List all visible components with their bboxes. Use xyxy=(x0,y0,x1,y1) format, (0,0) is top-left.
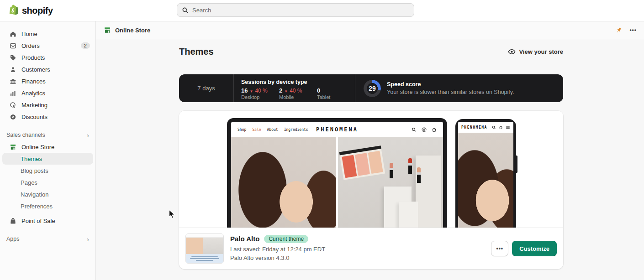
marketing-icon xyxy=(9,101,17,109)
sidebar-label: Point of Sale xyxy=(21,218,90,224)
date-range-selector[interactable]: 7 days xyxy=(179,74,234,102)
shop-nav-item: Sale xyxy=(252,128,261,132)
sidebar-item-products[interactable]: Products xyxy=(0,52,95,63)
sidebar-label: Analytics xyxy=(21,90,90,97)
page-title: Themes xyxy=(179,47,214,57)
sidebar-item-preferences[interactable]: Preferences xyxy=(2,200,93,212)
view-store-label: View your store xyxy=(519,48,563,55)
device-value: 0 xyxy=(317,87,320,94)
mobile-preview-mockup: PHENOMENA xyxy=(455,119,516,228)
shop-brand-logo: PHENOMENA xyxy=(461,125,489,130)
device-change: 40 % xyxy=(255,88,267,94)
finances-icon xyxy=(9,78,17,85)
shop-nav-item: Ingredients xyxy=(284,128,308,132)
sidebar-label: Discounts xyxy=(21,114,90,120)
hero-image-portrait xyxy=(231,137,336,228)
search-icon xyxy=(182,7,189,14)
more-actions-icon[interactable]: ••• xyxy=(629,27,637,33)
sessions-panel: Sessions by device type 16 ▼ 40 % Deskto… xyxy=(234,74,355,102)
page-content: Themes View your store 7 days Sessions b… xyxy=(96,39,644,280)
menu-icon xyxy=(506,125,510,130)
sidebar-item-themes[interactable]: Themes xyxy=(2,153,93,165)
sidebar-label: Online Store xyxy=(21,144,90,150)
context-bar: Online Store ••• xyxy=(96,21,644,39)
stats-bar: 7 days Sessions by device type 16 ▼ 40 % xyxy=(179,74,563,102)
context-title: Online Store xyxy=(115,27,150,34)
current-theme-badge: Current theme xyxy=(264,235,308,243)
theme-thumbnail xyxy=(185,233,224,264)
speed-score-title: Speed score xyxy=(387,81,514,88)
discounts-icon xyxy=(9,113,17,121)
online-store-icon xyxy=(9,143,17,151)
sub-item-label: Navigation xyxy=(21,191,48,198)
sidebar-label: Products xyxy=(21,54,90,61)
analytics-icon xyxy=(9,89,17,97)
sidebar-item-orders[interactable]: Orders 2 xyxy=(0,40,95,52)
sidebar-item-marketing[interactable]: Marketing xyxy=(0,99,95,111)
theme-name: Palo Alto xyxy=(230,235,259,243)
top-bar: shopify xyxy=(0,0,644,21)
speed-score-value: 29 xyxy=(364,80,381,97)
cart-bag-icon xyxy=(432,127,437,132)
sidebar-item-discounts[interactable]: Discounts xyxy=(0,111,95,123)
shop-nav-item: Shop xyxy=(238,128,246,132)
eye-icon xyxy=(508,48,516,56)
caret-down-icon: ▼ xyxy=(249,89,253,93)
theme-last-saved: Last saved: Friday at 12:24 pm EDT xyxy=(230,245,485,254)
hero-image-cosmetics xyxy=(338,137,443,228)
sidebar-item-customers[interactable]: Customers xyxy=(0,63,95,75)
sales-channels-label: Sales channels xyxy=(6,132,45,138)
sidebar-item-finances[interactable]: Finances xyxy=(0,75,95,87)
sidebar-item-navigation[interactable]: Navigation xyxy=(2,188,93,200)
shopify-bag-icon xyxy=(8,4,20,17)
mobile-hero-image: Be your own muse xyxy=(458,133,513,228)
sidebar-item-pages[interactable]: Pages xyxy=(2,176,93,188)
sidebar-item-analytics[interactable]: Analytics xyxy=(0,87,95,99)
sidebar-item-online-store[interactable]: Online Store xyxy=(0,141,95,153)
logo-wordmark: shopify xyxy=(22,5,53,16)
shopify-logo[interactable]: shopify xyxy=(8,4,53,17)
date-range-label: 7 days xyxy=(197,85,215,92)
sidebar-label: Home xyxy=(21,31,90,37)
sidebar-label: Finances xyxy=(21,78,90,85)
device-value: 16 xyxy=(241,87,248,94)
sidebar-item-point-of-sale[interactable]: Point of Sale xyxy=(0,215,95,227)
theme-info-row: Palo Alto Current theme Last saved: Frid… xyxy=(179,228,563,269)
theme-more-actions-button[interactable]: ••• xyxy=(491,241,508,256)
shop-nav-item: About xyxy=(267,128,278,132)
sidebar-section-sales-channels[interactable]: Sales channels › xyxy=(0,129,95,141)
sub-item-label: Preferences xyxy=(21,203,53,210)
device-value: 2 xyxy=(279,87,282,94)
speed-score-panel: 29 Speed score Your store is slower than… xyxy=(355,74,563,102)
chevron-right-icon: › xyxy=(87,236,89,243)
search-icon xyxy=(492,125,496,130)
home-icon xyxy=(9,30,17,38)
sessions-title: Sessions by device type xyxy=(241,79,355,85)
sidebar-item-home[interactable]: Home xyxy=(0,28,95,40)
theme-preview: Shop Sale About Ingredients PHENOMENA xyxy=(179,111,563,228)
sidebar: Home Orders 2 Products Customers Finance… xyxy=(0,21,96,280)
orders-icon xyxy=(9,42,17,50)
device-stat-mobile: 2 ▼ 40 % Mobile xyxy=(279,87,317,100)
sidebar-section-apps[interactable]: Apps › xyxy=(0,233,95,245)
device-change: 40 % xyxy=(290,88,302,94)
account-icon xyxy=(422,127,427,132)
caret-down-icon: ▼ xyxy=(284,89,288,93)
device-stat-desktop: 16 ▼ 40 % Desktop xyxy=(241,87,279,100)
device-label: Mobile xyxy=(279,94,317,100)
global-search[interactable] xyxy=(177,3,414,17)
device-label: Tablet xyxy=(317,94,355,100)
shop-brand-logo: PHENOMENA xyxy=(316,126,358,133)
view-your-store-link[interactable]: View your store xyxy=(508,48,563,56)
chevron-right-icon: › xyxy=(87,132,89,139)
search-input[interactable] xyxy=(192,7,409,14)
main-area: Online Store ••• Themes View your store xyxy=(96,21,644,280)
sidebar-item-blog-posts[interactable]: Blog posts xyxy=(2,165,93,176)
search-icon xyxy=(412,127,417,132)
device-label: Desktop xyxy=(241,94,279,100)
shopify-admin: shopify Home Orders 2 Products xyxy=(0,0,644,280)
customize-button[interactable]: Customize xyxy=(512,241,557,256)
sub-item-label: Themes xyxy=(21,156,42,162)
pin-icon[interactable] xyxy=(615,27,622,34)
theme-version: Palo Alto version 4.3.0 xyxy=(230,254,485,263)
